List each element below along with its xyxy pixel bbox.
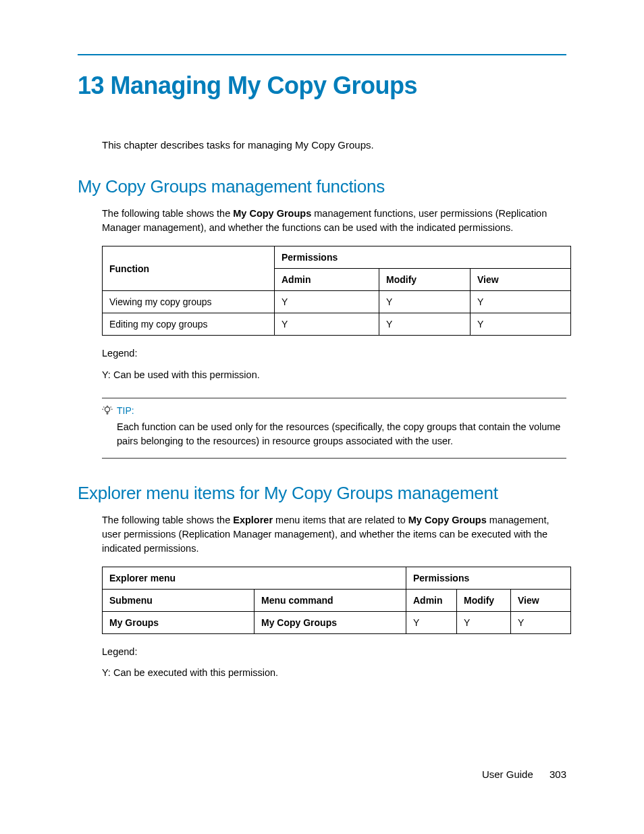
text: menu items that are related to xyxy=(273,515,408,525)
permissions-table-2: Explorer menu Permissions Submenu Menu c… xyxy=(102,567,571,634)
col-command: Menu command xyxy=(254,589,406,611)
svg-point-0 xyxy=(105,407,109,411)
col-function: Function xyxy=(103,246,275,291)
cell-modify: Y xyxy=(379,313,471,336)
svg-line-4 xyxy=(103,407,104,407)
cell-function: Viewing my copy groups xyxy=(103,291,275,313)
section2-paragraph: The following table shows the Explorer m… xyxy=(102,513,566,556)
chapter-title: 13 Managing My Copy Groups xyxy=(78,72,566,100)
lightbulb-icon xyxy=(102,405,113,416)
cell-view: Y xyxy=(471,313,571,336)
legend-text: Y: Can be used with this permission. xyxy=(102,368,566,383)
table-row: Editing my copy groups Y Y Y xyxy=(103,313,571,336)
cell-view: Y xyxy=(471,291,571,313)
legend-text: Y: Can be executed with this permission. xyxy=(102,666,566,681)
col-admin: Admin xyxy=(275,269,379,291)
legend-label: Legend: xyxy=(102,645,566,660)
cell-admin: Y xyxy=(275,291,379,313)
tip-body: Each function can be used only for the r… xyxy=(117,420,566,448)
tip-callout: TIP: Each function can be used only for … xyxy=(102,398,566,459)
cell-submenu: My Groups xyxy=(103,611,254,633)
cell-admin: Y xyxy=(406,611,457,633)
page-number: 303 xyxy=(549,768,566,780)
section2-heading: Explorer menu items for My Copy Groups m… xyxy=(78,483,566,504)
permissions-table-1: Function Permissions Admin Modify View V… xyxy=(102,246,571,336)
text: The following table shows the xyxy=(102,515,233,525)
table-subheader-row: Submenu Menu command Admin Modify View xyxy=(103,589,571,611)
section1-heading: My Copy Groups management functions xyxy=(78,176,566,197)
svg-line-5 xyxy=(111,407,111,407)
tip-label: TIP: xyxy=(117,405,134,416)
chapter-intro: This chapter describes tasks for managin… xyxy=(102,138,566,152)
cell-modify: Y xyxy=(379,291,471,313)
col-modify: Modify xyxy=(379,269,471,291)
cell-admin: Y xyxy=(275,313,379,336)
legend-label: Legend: xyxy=(102,346,566,361)
cell-view: Y xyxy=(511,611,571,633)
col-view: View xyxy=(511,589,571,611)
col-view: View xyxy=(471,269,571,291)
tip-header: TIP: xyxy=(102,405,566,416)
col-permissions: Permissions xyxy=(406,567,571,589)
top-rule xyxy=(78,54,566,55)
col-permissions: Permissions xyxy=(275,246,571,269)
section1-paragraph: The following table shows the My Copy Gr… xyxy=(102,207,566,235)
bold-text: My Copy Groups xyxy=(408,515,487,525)
col-modify: Modify xyxy=(457,589,511,611)
bold-text: Explorer xyxy=(233,515,273,525)
col-explorer-menu: Explorer menu xyxy=(103,567,406,589)
table-header-row: Explorer menu Permissions xyxy=(103,567,571,589)
cell-modify: Y xyxy=(457,611,511,633)
table-row: Viewing my copy groups Y Y Y xyxy=(103,291,571,313)
bold-text: My Copy Groups xyxy=(233,208,311,219)
text: The following table shows the xyxy=(102,208,233,219)
col-admin: Admin xyxy=(406,589,457,611)
table-header-row: Function Permissions xyxy=(103,246,571,269)
footer-label: User Guide xyxy=(482,768,533,780)
table-row: My Groups My Copy Groups Y Y Y xyxy=(103,611,571,633)
page-footer: User Guide 303 xyxy=(482,768,566,780)
col-submenu: Submenu xyxy=(103,589,254,611)
cell-function: Editing my copy groups xyxy=(103,313,275,336)
cell-command: My Copy Groups xyxy=(254,611,406,633)
